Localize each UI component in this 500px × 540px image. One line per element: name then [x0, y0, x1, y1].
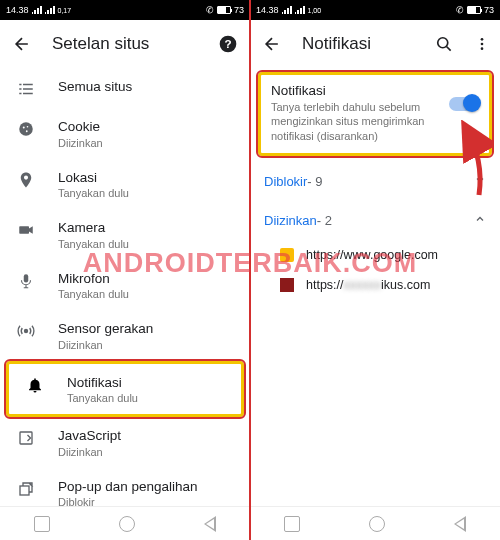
page-title: Setelan situs — [52, 34, 198, 54]
svg-rect-5 — [23, 88, 33, 90]
status-batt: 73 — [484, 5, 494, 15]
row-label: Lokasi — [58, 169, 236, 187]
row-motion-sensor[interactable]: Sensor gerakanDiizinkan — [0, 310, 250, 361]
nav-recent[interactable] — [284, 516, 300, 532]
search-button[interactable] — [432, 32, 456, 56]
nav-recent[interactable] — [34, 516, 50, 532]
nav-back[interactable] — [204, 516, 216, 532]
status-batt: 73 — [234, 5, 244, 15]
mic-icon — [16, 270, 36, 290]
camera-icon — [16, 219, 36, 239]
row-camera[interactable]: KameraTanyakan dulu — [0, 209, 250, 260]
status-time: 14.38 — [6, 5, 29, 15]
cookie-icon — [16, 118, 36, 138]
list-icon — [16, 78, 36, 98]
row-notifications[interactable]: NotifikasiTanyakan dulu — [6, 361, 244, 418]
row-all-sites[interactable]: Semua situs — [0, 68, 250, 108]
nav-bar — [0, 506, 250, 540]
row-javascript[interactable]: JavaScriptDiizinkan — [0, 417, 250, 468]
url-part: https:// — [306, 278, 344, 292]
section-label: Diizinkan — [264, 213, 317, 228]
notification-toggle-card: Notifikasi Tanya terlebih dahulu sebelum… — [258, 72, 492, 156]
svg-point-17 — [438, 38, 448, 48]
signal-icon — [32, 6, 42, 14]
section-count: - 9 — [307, 174, 322, 189]
row-label: Kamera — [58, 219, 236, 237]
svg-rect-7 — [23, 93, 33, 95]
back-button[interactable] — [10, 32, 34, 56]
row-sub: Tanyakan dulu — [58, 288, 236, 300]
vibrate-icon: ✆ — [206, 5, 214, 15]
status-net: 1,00 — [308, 7, 322, 14]
site-url: https://www.google.com — [306, 248, 438, 262]
svg-point-8 — [19, 122, 33, 136]
row-sub: Diizinkan — [58, 137, 236, 149]
row-microphone[interactable]: MikrofonTanyakan dulu — [0, 260, 250, 311]
row-sub: Diizinkan — [58, 339, 236, 351]
bell-icon — [25, 374, 45, 394]
row-location[interactable]: LokasiTanyakan dulu — [0, 159, 250, 210]
status-time: 14.38 — [256, 5, 279, 15]
svg-rect-3 — [23, 84, 33, 86]
screen-divider — [249, 0, 251, 540]
row-label: Cookie — [58, 118, 236, 136]
screen-notifications: 14.38 1,00 ✆ 73 Notifikasi — [250, 0, 500, 540]
svg-point-20 — [481, 47, 484, 50]
location-icon — [16, 169, 36, 189]
allowed-section[interactable]: Diizinkan - 2 — [250, 201, 500, 240]
chevron-down-icon — [474, 174, 486, 189]
section-label: Diblokir — [264, 174, 307, 189]
row-label: Pop-up dan pengalihan — [58, 478, 236, 496]
row-label: Notifikasi — [67, 374, 227, 392]
app-bar: Setelan situs ? — [0, 20, 250, 68]
nav-home[interactable] — [369, 516, 385, 532]
svg-rect-16 — [20, 486, 29, 495]
site-url: https://xxxxxxikus.com — [306, 278, 430, 292]
svg-point-19 — [481, 43, 484, 46]
site-row[interactable]: https://www.google.com — [250, 240, 500, 270]
chevron-up-icon — [474, 213, 486, 228]
notification-toggle[interactable] — [449, 97, 479, 111]
svg-rect-6 — [19, 93, 21, 95]
signal-icon — [295, 6, 305, 14]
favicon-google — [280, 248, 294, 262]
sensor-icon — [16, 320, 36, 340]
svg-rect-12 — [19, 226, 29, 234]
nav-home[interactable] — [119, 516, 135, 532]
url-hidden: xxxxxx — [344, 278, 382, 292]
svg-point-10 — [27, 126, 29, 128]
signal-icon — [282, 6, 292, 14]
help-button[interactable]: ? — [216, 32, 240, 56]
svg-text:?: ? — [224, 37, 231, 50]
nav-back[interactable] — [454, 516, 466, 532]
svg-point-11 — [26, 130, 28, 132]
svg-rect-2 — [19, 84, 21, 86]
row-sub: Tanyakan dulu — [58, 187, 236, 199]
popup-icon — [16, 478, 36, 498]
vibrate-icon: ✆ — [456, 5, 464, 15]
row-sub: Tanyakan dulu — [58, 238, 236, 250]
card-desc: Tanya terlebih dahulu sebelum mengizinka… — [271, 100, 479, 143]
card-heading: Notifikasi — [271, 83, 479, 98]
battery-icon — [467, 6, 481, 14]
row-label: JavaScript — [58, 427, 236, 445]
row-label: Mikrofon — [58, 270, 236, 288]
js-icon — [16, 427, 36, 447]
more-button[interactable] — [474, 32, 490, 56]
app-bar: Notifikasi — [250, 20, 500, 68]
back-button[interactable] — [260, 32, 284, 56]
status-bar: 14.38 1,00 ✆ 73 — [250, 0, 500, 20]
nav-bar — [250, 506, 500, 540]
page-title: Notifikasi — [302, 34, 414, 54]
row-cookie[interactable]: CookieDiizinkan — [0, 108, 250, 159]
section-count: - 2 — [317, 213, 332, 228]
blocked-section[interactable]: Diblokir - 9 — [250, 162, 500, 201]
svg-rect-13 — [24, 274, 29, 282]
row-sub: Diizinkan — [58, 446, 236, 458]
status-bar: 14.38 0,17 ✆ 73 — [0, 0, 250, 20]
status-net: 0,17 — [58, 7, 72, 14]
url-part: ikus.com — [381, 278, 430, 292]
site-row[interactable]: https://xxxxxxikus.com — [250, 270, 500, 300]
svg-point-18 — [481, 38, 484, 41]
battery-icon — [217, 6, 231, 14]
